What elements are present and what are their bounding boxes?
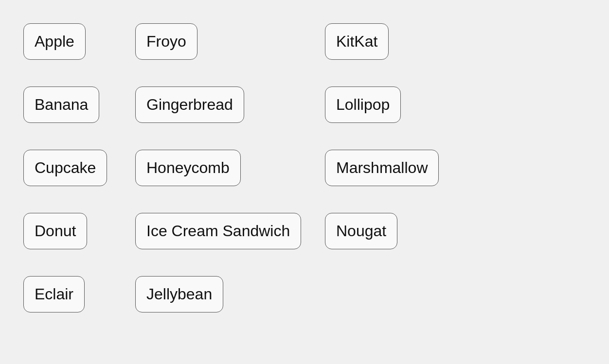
chip-marshmallow[interactable]: Marshmallow [325,150,439,186]
chip-banana[interactable]: Banana [23,87,99,123]
chip-kitkat[interactable]: KitKat [325,23,389,60]
chip-donut[interactable]: Donut [23,213,87,249]
chip-nougat[interactable]: Nougat [325,213,397,249]
chip-eclair[interactable]: Eclair [23,276,85,312]
chip-lollipop[interactable]: Lollipop [325,87,401,123]
chip-apple[interactable]: Apple [23,23,86,60]
chip-jellybean[interactable]: Jellybean [135,276,223,312]
spacer-r5 [277,267,316,330]
spacer-r2 [277,78,316,141]
main-grid: Apple Froyo KitKat Banana Gingerbread Lo… [0,0,609,345]
chip-cupcake[interactable]: Cupcake [23,150,107,186]
spacer-r5-col4 [316,267,482,330]
chip-gingerbread[interactable]: Gingerbread [135,87,244,123]
chip-honeycomb[interactable]: Honeycomb [135,150,241,186]
spacer-r4 [277,204,316,267]
chip-froyo[interactable]: Froyo [135,23,197,60]
chip-ice-cream-sandwich[interactable]: Ice Cream Sandwich [135,213,301,249]
spacer-r1 [277,15,316,78]
spacer-r3 [277,141,316,204]
